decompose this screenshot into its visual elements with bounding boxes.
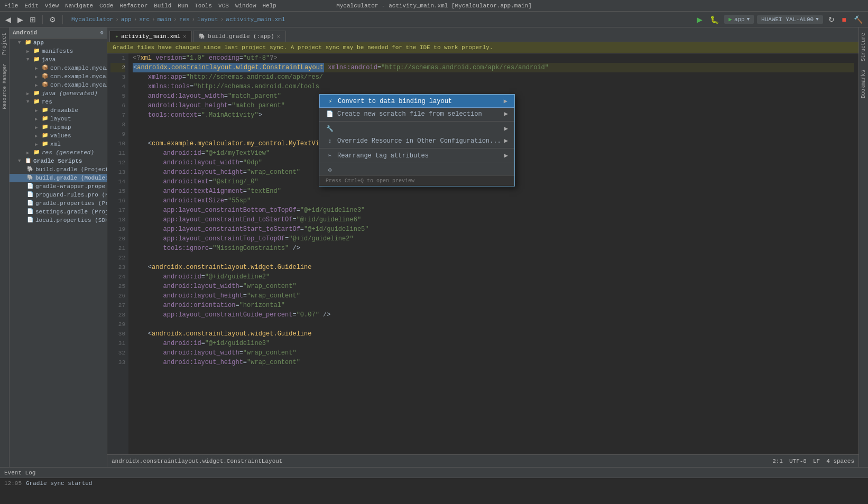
folder-icon: 📁 bbox=[33, 48, 40, 55]
tree-label: java bbox=[42, 57, 56, 63]
tree-item-build-gradle-project[interactable]: 🐘 build.gradle (Project: M bbox=[10, 165, 107, 174]
tree-item-settings-gradle[interactable]: 📄 settings.gradle (Project bbox=[10, 208, 107, 216]
tree-arrow: ▶ bbox=[26, 49, 33, 54]
bookmarks-tab[interactable]: Bookmarks bbox=[860, 67, 867, 101]
recent-files-button[interactable]: ⊞ bbox=[27, 14, 38, 25]
right-tabs[interactable]: Structure Bookmarks bbox=[858, 27, 868, 467]
device-selector[interactable]: HUAWEI YAL-AL00 ▼ bbox=[757, 15, 823, 24]
run-config[interactable]: ▶ app ▼ bbox=[724, 15, 754, 24]
menu-item-remove-tag[interactable]: ✂ Rearrange tag attributes ▶ bbox=[319, 150, 514, 162]
breadcrumb-app[interactable]: app bbox=[121, 16, 132, 23]
left-tabs[interactable]: Project Resource Manager bbox=[0, 27, 10, 467]
menu-item-convert-binding[interactable]: ⚡ Convert to data binding layout ▶ bbox=[319, 95, 514, 108]
tree-label: local.properties (SDK L bbox=[35, 217, 107, 223]
code-line-24: android:id="@+id/guideline2" bbox=[133, 272, 854, 282]
folder-icon: 📁 bbox=[41, 107, 49, 114]
status-position: 2:1 bbox=[772, 458, 783, 464]
tree-item-gradle-scripts[interactable]: ▼ 📋 Gradle Scripts bbox=[10, 157, 107, 165]
run-button[interactable]: ▶ bbox=[695, 14, 705, 25]
settings-button[interactable]: ⚙ bbox=[47, 14, 58, 25]
tree-arrow: ▶ bbox=[35, 74, 41, 80]
menu-run[interactable]: Run bbox=[178, 3, 188, 9]
tree-item-gradle-wrapper[interactable]: 📄 gradle-wrapper.prope bbox=[10, 182, 107, 191]
refresh-button[interactable]: ↻ bbox=[826, 14, 837, 25]
tree-item-manifests[interactable]: ▶ 📁 manifests bbox=[10, 47, 107, 55]
structure-tab[interactable]: Structure bbox=[860, 30, 867, 64]
menu-file[interactable]: File bbox=[4, 3, 18, 9]
stop-button[interactable]: ■ bbox=[840, 14, 848, 25]
folder-icon: 📦 bbox=[41, 81, 49, 89]
tree-label: manifests bbox=[42, 48, 73, 54]
menu-vcs[interactable]: VCS bbox=[218, 3, 229, 9]
tree-item-build-gradle-module[interactable]: 🐘 build.gradle (Module: I bbox=[10, 174, 107, 182]
tree-item-values[interactable]: ▶ 📁 values bbox=[10, 132, 107, 140]
tree-item-com1[interactable]: ▶ 📦 com.example.mycalc bbox=[10, 64, 107, 72]
tree-arrow: ▶ bbox=[35, 142, 41, 147]
override-icon: 🔧 bbox=[326, 125, 334, 132]
tree-label: settings.gradle (Project bbox=[35, 209, 107, 215]
tree-item-proguard[interactable]: 📄 proguard-rules.pro (Pr bbox=[10, 191, 107, 199]
tree-arrow: ▶ bbox=[26, 150, 33, 156]
style-icon: ⚙ bbox=[326, 166, 334, 173]
forward-button[interactable]: ▶ bbox=[15, 14, 25, 25]
tab-build-gradle[interactable]: 🐘 build.gradle (:app) ✕ bbox=[193, 31, 285, 42]
tree-item-res-generated[interactable]: ▶ 📁 res (generated) bbox=[10, 148, 107, 157]
line-num-5: 5 bbox=[110, 91, 125, 101]
breadcrumb-layout[interactable]: layout bbox=[197, 16, 218, 23]
menu-item-override-resource[interactable]: 🔧 ▶ bbox=[319, 123, 514, 135]
menu-item-create-scratch[interactable]: 📄 Create new scratch file from selection… bbox=[319, 108, 514, 120]
event-log-bar[interactable]: Event Log bbox=[0, 467, 868, 478]
tree-item-local-properties[interactable]: 📄 local.properties (SDK L bbox=[10, 216, 107, 225]
line-num-10: 10 bbox=[110, 139, 125, 148]
sidebar-settings-icon[interactable]: ⚙ bbox=[100, 30, 104, 36]
breadcrumb-file[interactable]: activity_main.xml bbox=[226, 16, 285, 23]
code-line-19: app:layout_constraintStart_toStartOf="@+… bbox=[133, 225, 854, 234]
menu-help[interactable]: Help bbox=[263, 3, 276, 9]
menu-tools[interactable]: Tools bbox=[195, 3, 212, 9]
tab-close-button[interactable]: ✕ bbox=[183, 33, 186, 40]
code-line-4: xmlns:tools="http://schemas.android.com/… bbox=[133, 82, 854, 91]
menu-refactor[interactable]: Refactor bbox=[119, 3, 147, 9]
tree-item-java[interactable]: ▼ 📁 java bbox=[10, 55, 107, 64]
menu-item-rearrange-attrs[interactable]: ↕ Override Resource in Other Configurati… bbox=[319, 135, 514, 147]
build-button[interactable]: 🔨 bbox=[852, 14, 865, 25]
arrow-icon: ▶ bbox=[504, 97, 507, 105]
tree-item-com2[interactable]: ▶ 📦 com.example.mycalc bbox=[10, 72, 107, 81]
tree-item-xml[interactable]: ▶ 📁 xml bbox=[10, 140, 107, 148]
menu-build[interactable]: Build bbox=[154, 3, 171, 9]
tree-item-java-generated[interactable]: ▶ 📁 java (generated) bbox=[10, 89, 107, 98]
tab-activity-main[interactable]: ✦ activity_main.xml ✕ bbox=[109, 31, 192, 42]
folder-icon: 📦 bbox=[41, 73, 49, 80]
tree-item-mipmap[interactable]: ▶ 📁 mipmap bbox=[10, 123, 107, 132]
tree-item-res[interactable]: ▼ 📁 res bbox=[10, 98, 107, 106]
menu-view[interactable]: View bbox=[45, 3, 59, 9]
bottom-area: Event Log 12:05 Gradle sync started bbox=[0, 467, 868, 504]
debug-button[interactable]: 🐛 bbox=[708, 14, 721, 25]
breadcrumb-main[interactable]: main bbox=[158, 16, 171, 23]
arrow-icon: ▶ bbox=[504, 152, 508, 160]
folder-icon: 📁 bbox=[41, 115, 49, 123]
resource-manager-tab[interactable]: Resource Manager bbox=[1, 60, 8, 112]
tab-close-button[interactable]: ✕ bbox=[277, 33, 280, 40]
tree-label: mipmap bbox=[50, 124, 71, 130]
tree-item-com3[interactable]: ▶ 📦 com.example.mycalc bbox=[10, 81, 107, 89]
breadcrumb-mycalculator[interactable]: Mycalculator bbox=[71, 16, 113, 23]
menu-navigate[interactable]: Navigate bbox=[65, 3, 93, 9]
tree-item-drawable[interactable]: ▶ 📁 drawable bbox=[10, 106, 107, 115]
breadcrumb-src[interactable]: src bbox=[139, 16, 150, 23]
tree-item-layout[interactable]: ▶ 📁 layout bbox=[10, 115, 107, 123]
breadcrumb-res[interactable]: res bbox=[179, 16, 190, 23]
project-tab[interactable]: Project bbox=[1, 30, 8, 58]
menu-bar[interactable]: File Edit View Navigate Code Refactor Bu… bbox=[4, 3, 276, 9]
line-numbers: 1 2 3 4 5 6 7 8 9 10 11 12 13 14 15 16 1… bbox=[107, 53, 128, 454]
menu-window[interactable]: Window bbox=[235, 3, 256, 9]
tree-item-app[interactable]: ▼ 📁 app bbox=[10, 39, 107, 47]
line-num-4: 4 bbox=[110, 82, 125, 91]
back-button[interactable]: ◀ bbox=[3, 14, 13, 25]
menu-edit[interactable]: Edit bbox=[24, 3, 38, 9]
line-num-22: 22 bbox=[110, 253, 125, 263]
tree-item-gradle-properties[interactable]: 📄 gradle.properties (Proj bbox=[10, 199, 107, 208]
line-num-24: 24 bbox=[110, 272, 125, 282]
menu-item-adjust-style[interactable]: ⚙ bbox=[319, 164, 514, 175]
menu-code[interactable]: Code bbox=[99, 3, 113, 9]
